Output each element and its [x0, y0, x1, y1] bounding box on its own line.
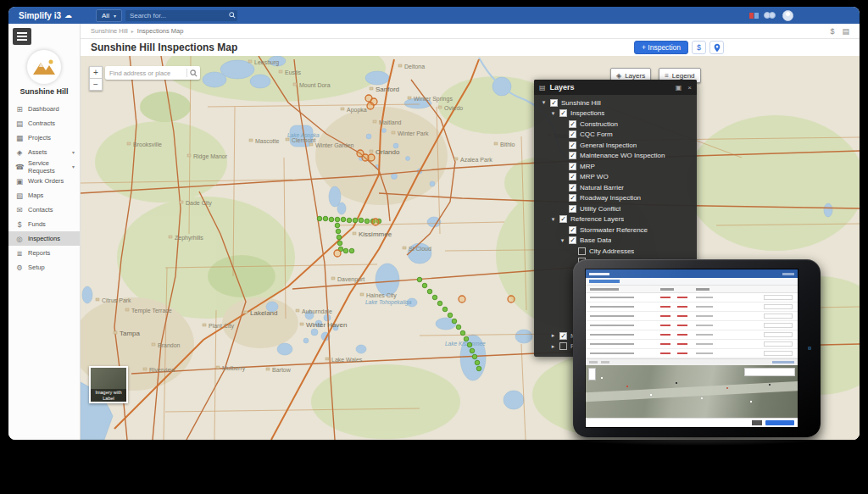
inspection-point[interactable] — [343, 248, 348, 253]
tree-caret-icon[interactable]: ▸ — [550, 332, 556, 339]
layer-checkbox[interactable]: ✓ — [569, 194, 576, 202]
brand-logo[interactable]: Simplify i3 ☁ — [19, 11, 72, 20]
sidebar-item-contracts[interactable]: ▤Contracts — [8, 116, 80, 130]
sidebar-item-work-orders[interactable]: ▣Work Orders — [8, 174, 80, 188]
inspection-point[interactable] — [336, 229, 341, 234]
tablet-table-row[interactable] — [586, 349, 798, 358]
zoom-in-button[interactable]: + — [89, 66, 103, 79]
inspection-point[interactable] — [323, 216, 328, 221]
inspection-point[interactable] — [467, 342, 472, 347]
inspection-point[interactable] — [427, 289, 432, 294]
layer-checkbox[interactable] — [578, 247, 586, 255]
inspection-point[interactable] — [432, 295, 437, 300]
inspection-point[interactable] — [456, 325, 461, 330]
tablet-table-row[interactable] — [586, 330, 798, 340]
inspection-point[interactable] — [359, 218, 364, 223]
sidebar-item-service-requests[interactable]: ☎Service Requests▾ — [8, 159, 80, 174]
layer-row[interactable]: ▾✓Reference Layers — [539, 214, 692, 225]
inspection-point[interactable] — [422, 283, 427, 288]
grid-icon[interactable]: ▤ — [842, 27, 849, 36]
layer-checkbox[interactable]: ✓ — [569, 236, 576, 244]
tablet-table-row[interactable] — [586, 293, 798, 303]
layer-checkbox[interactable] — [559, 342, 567, 350]
inspection-point[interactable] — [464, 336, 469, 341]
layer-checkbox[interactable]: ✓ — [559, 215, 567, 223]
inspection-point[interactable] — [335, 223, 340, 228]
tablet-zoom-controls[interactable] — [588, 368, 596, 380]
layer-checkbox[interactable]: ✓ — [569, 142, 576, 149]
basemap-toggle[interactable]: Imagery with Label — [89, 366, 128, 403]
tablet-table-row[interactable] — [586, 303, 798, 312]
layer-row[interactable]: ✓General Inspection — [539, 140, 692, 151]
pin-icon[interactable]: ▣ — [676, 84, 682, 92]
tablet-row-input[interactable] — [764, 295, 793, 300]
layer-row[interactable]: ▾✓Base Data — [539, 236, 692, 247]
hamburger-menu-icon[interactable] — [13, 28, 31, 45]
tablet-table-row[interactable] — [586, 321, 798, 330]
sidebar-item-projects[interactable]: ▦Projects — [8, 130, 80, 145]
layer-checkbox[interactable]: ✓ — [569, 205, 576, 213]
tree-caret-icon[interactable]: ▾ — [550, 110, 556, 117]
layer-row[interactable]: ✓Maintenance WO Inspection — [539, 151, 692, 162]
tablet-secondary-button[interactable] — [752, 420, 762, 425]
inspection-point[interactable] — [475, 360, 480, 365]
layer-checkbox[interactable]: ✓ — [569, 184, 576, 191]
inspection-point[interactable] — [335, 217, 340, 222]
inspection-marker[interactable] — [334, 250, 341, 257]
sidebar-item-maps[interactable]: ▧Maps — [8, 188, 80, 203]
inspection-point[interactable] — [437, 301, 442, 306]
layer-row[interactable]: ✓Utility Conflict — [539, 203, 692, 214]
tree-caret-icon[interactable]: ▸ — [550, 343, 556, 350]
search-icon[interactable] — [227, 12, 237, 19]
map-search-input[interactable] — [105, 69, 186, 77]
layer-row[interactable]: ▾✓Sunshine Hill — [539, 97, 692, 108]
sidebar-item-inspections[interactable]: ◎Inspections — [8, 231, 80, 246]
layer-checkbox[interactable]: ✓ — [550, 99, 558, 107]
funds-button[interactable]: $ — [692, 41, 706, 54]
tablet-aerial-map[interactable] — [586, 365, 798, 418]
layer-row[interactable]: ✓CQC Form — [539, 130, 692, 141]
layer-row[interactable]: ✓Roadway Inspection — [539, 193, 692, 204]
tablet-table-row[interactable] — [586, 312, 798, 321]
scope-dropdown[interactable]: All ▾ — [96, 9, 122, 22]
tablet-row-input[interactable] — [764, 304, 793, 309]
tablet-primary-button[interactable] — [765, 420, 794, 425]
tablet-row-input[interactable] — [764, 332, 793, 337]
inspection-point[interactable] — [349, 248, 354, 253]
location-button[interactable] — [709, 41, 724, 54]
layers-panel-header[interactable]: ▤ Layers ▣ × — [534, 80, 697, 95]
close-icon[interactable]: × — [687, 84, 692, 92]
tablet-row-input[interactable] — [764, 323, 793, 328]
layer-row[interactable]: ✓Natural Barrier — [539, 182, 692, 193]
tablet-row-input[interactable] — [764, 314, 793, 319]
inspection-point[interactable] — [472, 354, 477, 359]
zoom-out-button[interactable]: − — [89, 78, 103, 91]
tree-caret-icon[interactable]: ▾ — [541, 99, 547, 106]
tablet-active-tab[interactable] — [589, 280, 620, 283]
sidebar-item-setup[interactable]: ⚙Setup — [8, 260, 80, 275]
global-search-input[interactable] — [125, 12, 227, 19]
layer-checkbox[interactable]: ✓ — [569, 152, 576, 159]
breadcrumb-item[interactable]: Sunshine Hill — [91, 27, 128, 35]
search-icon[interactable] — [187, 69, 200, 77]
sidebar-item-funds[interactable]: $Funds — [8, 217, 80, 231]
tablet-table-row[interactable] — [586, 340, 798, 349]
inspection-point[interactable] — [476, 366, 481, 371]
sidebar-item-reports[interactable]: ≣Reports — [8, 246, 80, 260]
inspection-point[interactable] — [329, 217, 334, 222]
layer-row[interactable]: ✓MRP WO — [539, 172, 692, 183]
layer-row[interactable]: ✓MRP — [539, 161, 692, 172]
inspection-marker[interactable] — [508, 296, 515, 303]
layer-checkbox[interactable]: ✓ — [569, 163, 576, 170]
inspection-marker[interactable] — [459, 296, 465, 303]
layer-row[interactable]: ✓Stormwater Reference — [539, 225, 692, 236]
inspection-point[interactable] — [347, 218, 352, 223]
tablet-row-input[interactable] — [764, 341, 793, 347]
inspection-marker[interactable] — [367, 103, 374, 109]
add-inspection-button[interactable]: + Inspection — [634, 41, 688, 54]
inspection-point[interactable] — [317, 216, 322, 221]
sidebar-item-assets[interactable]: ◈Assets▾ — [8, 145, 80, 159]
inspection-point[interactable] — [341, 217, 346, 222]
layer-checkbox[interactable]: ✓ — [569, 120, 576, 128]
inspection-point[interactable] — [448, 313, 453, 318]
